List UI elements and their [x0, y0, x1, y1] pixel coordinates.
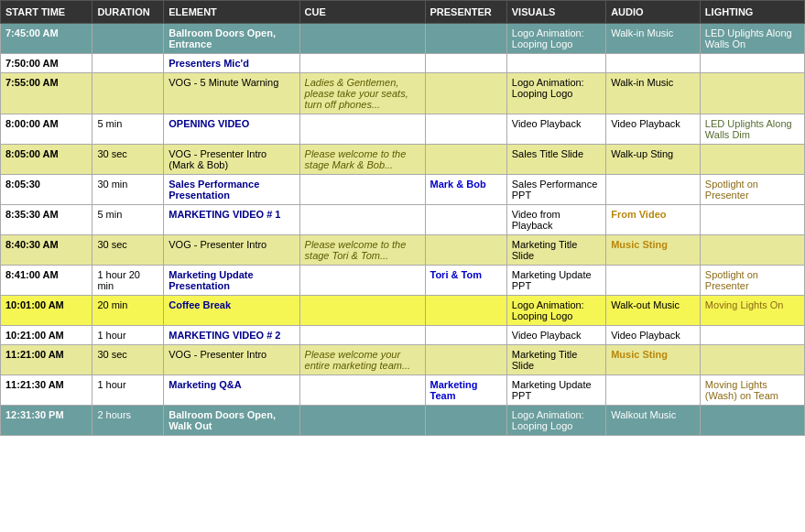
table-cell: Presenters Mic'd: [164, 54, 299, 73]
table-cell: [92, 24, 164, 54]
table-cell: Video from Playback: [506, 205, 605, 235]
table-cell: 30 sec: [92, 235, 164, 266]
column-header: LIGHTING: [700, 1, 804, 24]
table-row: 8:40:30 AM30 secVOG - Presenter IntroPle…: [1, 235, 805, 266]
table-row: 11:21:30 AM1 hourMarketing Q&AMarketing …: [1, 375, 805, 406]
table-cell: Marketing Title Slide: [506, 235, 605, 266]
table-cell: MARKETING VIDEO # 1: [164, 205, 299, 235]
table-cell: LED Uplights Along Walls On: [700, 24, 804, 54]
column-header: ELEMENT: [164, 1, 299, 24]
table-cell: Video Playback: [506, 326, 605, 345]
table-cell: [606, 175, 701, 205]
table-cell: VOG - 5 Minute Warning: [164, 73, 299, 114]
table-cell: Video Playback: [606, 326, 701, 345]
table-cell: 5 min: [92, 114, 164, 145]
table-cell: 7:50:00 AM: [1, 54, 92, 73]
table-cell: 11:21:30 AM: [1, 375, 92, 406]
table-cell: Walk-in Music: [606, 73, 701, 114]
table-cell: Logo Animation: Looping Logo: [506, 406, 605, 436]
table-cell: 5 min: [92, 205, 164, 235]
table-cell: [700, 145, 804, 175]
table-cell: Video Playback: [506, 114, 605, 145]
table-cell: Spotlight on Presenter: [700, 266, 804, 296]
table-cell: 8:00:00 AM: [1, 114, 92, 145]
table-cell: [425, 326, 506, 345]
table-cell: [299, 114, 425, 145]
table-cell: [299, 54, 425, 73]
table-cell: Moving Lights (Wash) on Team: [700, 375, 804, 406]
table-cell: [700, 205, 804, 235]
table-cell: Logo Animation: Looping Logo: [506, 296, 605, 326]
table-cell: 20 min: [92, 296, 164, 326]
table-cell: [299, 205, 425, 235]
table-cell: [506, 54, 605, 73]
table-cell: 30 min: [92, 175, 164, 205]
table-cell: [606, 54, 701, 73]
table-row: 7:45:00 AMBallroom Doors Open, EntranceL…: [1, 24, 805, 54]
table-cell: Marketing Update PPT: [506, 266, 605, 296]
table-cell: Tori & Tom: [425, 266, 506, 296]
column-header: VISUALS: [506, 1, 605, 24]
table-cell: Music Sting: [606, 235, 701, 266]
table-row: 8:41:00 AM1 hour 20 minMarketing Update …: [1, 266, 805, 296]
table-cell: Walk-in Music: [606, 24, 701, 54]
table-cell: Sales Performance PPT: [506, 175, 605, 205]
table-cell: [425, 296, 506, 326]
table-row: 8:05:00 AM30 secVOG - Presenter Intro (M…: [1, 145, 805, 175]
table-cell: Coffee Break: [164, 296, 299, 326]
table-cell: 8:05:00 AM: [1, 145, 92, 175]
table-cell: Logo Animation: Looping Logo: [506, 73, 605, 114]
table-cell: [425, 235, 506, 266]
table-cell: [425, 145, 506, 175]
table-cell: Marketing Update PPT: [506, 375, 605, 406]
table-row: 10:21:00 AM1 hourMARKETING VIDEO # 2Vide…: [1, 326, 805, 345]
table-cell: 1 hour: [92, 326, 164, 345]
table-cell: [299, 24, 425, 54]
table-cell: MARKETING VIDEO # 2: [164, 326, 299, 345]
column-header: CUE: [299, 1, 425, 24]
table-cell: [700, 235, 804, 266]
table-cell: 8:35:30 AM: [1, 205, 92, 235]
table-cell: Sales Title Slide: [506, 145, 605, 175]
column-header: DURATION: [92, 1, 164, 24]
table-row: 8:00:00 AM5 minOPENING VIDEOVideo Playba…: [1, 114, 805, 145]
table-cell: [299, 326, 425, 345]
table-cell: 10:21:00 AM: [1, 326, 92, 345]
table-cell: [606, 375, 701, 406]
table-cell: Spotlight on Presenter: [700, 175, 804, 205]
table-cell: 7:55:00 AM: [1, 73, 92, 114]
table-cell: 8:40:30 AM: [1, 235, 92, 266]
table-cell: Please welcome to the stage Tori & Tom..…: [299, 235, 425, 266]
table-cell: Walk-out Music: [606, 296, 701, 326]
table-cell: 30 sec: [92, 145, 164, 175]
column-header: AUDIO: [606, 1, 701, 24]
table-cell: Marketing Q&A: [164, 375, 299, 406]
table-cell: Music Sting: [606, 345, 701, 375]
column-header: START TIME: [1, 1, 92, 24]
table-cell: Please welcome your entire marketing tea…: [299, 345, 425, 375]
table-cell: LED Uplights Along Walls Dim: [700, 114, 804, 145]
table-cell: [425, 114, 506, 145]
table-row: 8:35:30 AM5 minMARKETING VIDEO # 1Video …: [1, 205, 805, 235]
table-cell: Marketing Update Presentation: [164, 266, 299, 296]
table-cell: 12:31:30 PM: [1, 406, 92, 436]
table-cell: [700, 54, 804, 73]
table-cell: [92, 73, 164, 114]
table-cell: [299, 406, 425, 436]
table-cell: VOG - Presenter Intro: [164, 345, 299, 375]
table-cell: [700, 326, 804, 345]
table-cell: 8:41:00 AM: [1, 266, 92, 296]
table-cell: Walk-up Sting: [606, 145, 701, 175]
table-cell: Marketing Title Slide: [506, 345, 605, 375]
runsheet-table: START TIMEDURATIONELEMENTCUEPRESENTERVIS…: [0, 0, 805, 436]
table-cell: OPENING VIDEO: [164, 114, 299, 145]
table-row: 10:01:00 AM20 minCoffee BreakLogo Animat…: [1, 296, 805, 326]
table-cell: [299, 175, 425, 205]
table-cell: [700, 73, 804, 114]
table-cell: Marketing Team: [425, 375, 506, 406]
table-cell: Moving Lights On: [700, 296, 804, 326]
column-header: PRESENTER: [425, 1, 506, 24]
table-cell: 8:05:30: [1, 175, 92, 205]
table-cell: 30 sec: [92, 345, 164, 375]
table-cell: Please welcome to the stage Mark & Bob..…: [299, 145, 425, 175]
